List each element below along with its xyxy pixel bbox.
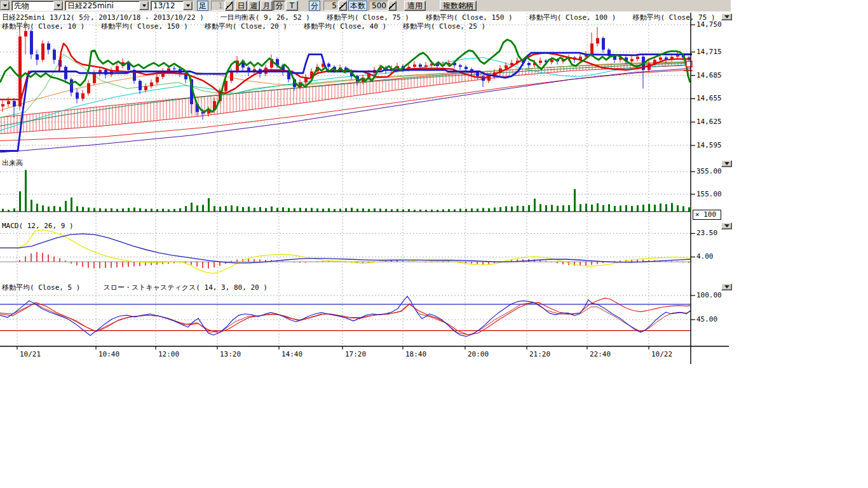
legend-item: 移動平均( Close, 20 ) (205, 22, 287, 31)
price-axis-label: 14,750 (696, 20, 722, 29)
volume-pane-label: 出来高 (2, 158, 23, 168)
legend-item: 移動平均( Close, 150 ) (426, 13, 513, 22)
x-axis-label: 18:40 (405, 350, 426, 358)
x-axis-label: 10/21 (20, 350, 41, 358)
stoch-axis-label: 45.00 (696, 315, 717, 323)
stoch-ma-label: 移動平均( Close, 5 ) (2, 283, 80, 292)
legend-item: 一目均衡表( 9, 26, 52 ) (220, 13, 310, 22)
legend-item: 移動平均( Close, 40 ) (304, 22, 386, 31)
x-axis-label: 10/22 (651, 350, 672, 358)
x-axis-label: 17:20 (345, 350, 366, 358)
price-axis-label: 14,715 (696, 48, 722, 56)
x-axis-label: 13:20 (220, 350, 241, 358)
x-axis-label: 22:40 (590, 350, 611, 358)
legend-item: 日経225mini 13/12( 5分, 2013/10/18 - 2013/1… (2, 13, 204, 22)
legend-item: 移動平均( Close, 75 ) (327, 13, 409, 22)
macd-pane-label: MACD( 12, 26, 9 ) (2, 222, 74, 230)
chevron-down-icon (724, 15, 729, 21)
macd-axis-label: 4.00 (696, 252, 714, 261)
volume-multiplier-badge: × 100 (693, 210, 721, 220)
chevron-down-icon (724, 162, 729, 168)
volume-pane-menu-button[interactable] (721, 160, 732, 167)
x-axis-label: 14:40 (281, 350, 302, 358)
chart-area: 日経225mini 13/12( 5分, 2013/10/18 - 2013/1… (0, 0, 868, 488)
volume-axis-label: 355.00 (696, 167, 722, 175)
price-pane-menu-button[interactable] (721, 13, 732, 20)
trading-chart-window: 先物 日経225mini 13/12 足 1 日週月分T 分 5 本数 500 … (0, 0, 868, 488)
x-axis-label: 21:20 (529, 350, 550, 358)
stoch-indicator-label: スロー・ストキャスティクス( 14, 3, 80, 20 ) (103, 283, 267, 292)
legend-row-1: 日経225mini 13/12( 5分, 2013/10/18 - 2013/1… (2, 13, 715, 22)
stoch-pane-menu-button[interactable] (721, 283, 732, 290)
legend-item: 移動平均( Close, 150 ) (101, 22, 188, 31)
legend-item: 移動平均( Close, 100 ) (529, 13, 616, 22)
chevron-down-icon (724, 285, 729, 291)
price-axis-label: 14,685 (696, 71, 722, 79)
legend-row-2: 移動平均( Close, 10 )移動平均( Close, 150 )移動平均(… (2, 22, 485, 31)
volume-axis-label: 155.00 (696, 190, 722, 198)
price-axis-label: 14,625 (696, 118, 722, 126)
price-axis-label: 14,595 (696, 141, 722, 149)
x-axis-label: 10:40 (98, 350, 119, 358)
chevron-down-icon (724, 224, 729, 230)
legend-item: 移動平均( Close, 25 ) (403, 22, 485, 31)
legend-item: 移動平均( Close, 10 ) (2, 22, 85, 31)
macd-pane-menu-button[interactable] (721, 222, 732, 229)
chart-canvas[interactable] (0, 0, 868, 381)
macd-axis-label: 23.50 (696, 229, 717, 237)
price-axis-label: 14,655 (696, 94, 722, 102)
stoch-pane-label: 移動平均( Close, 5 )スロー・ストキャスティクス( 14, 3, 80… (2, 283, 268, 292)
stoch-axis-label: 100.00 (696, 291, 722, 299)
x-axis-label: 20:00 (468, 350, 489, 358)
x-axis-label: 12:00 (158, 350, 179, 358)
